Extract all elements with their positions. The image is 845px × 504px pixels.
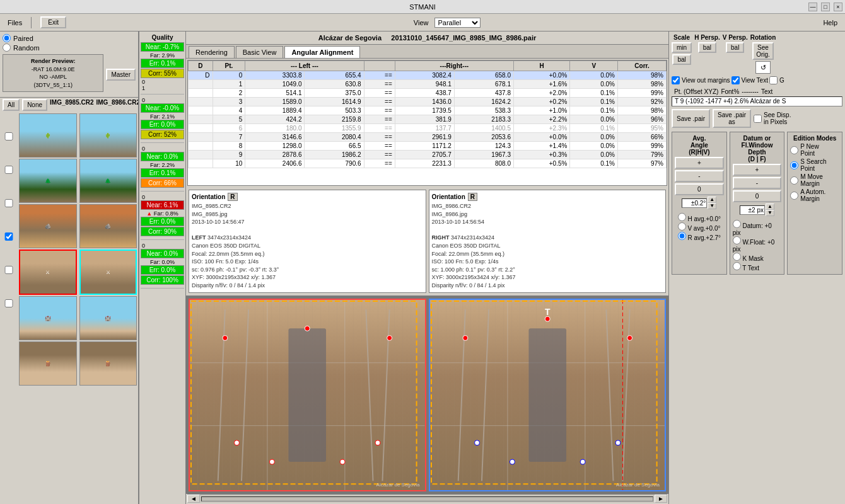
cell-corr: 99% [618,89,667,98]
render-preview-box: Render Preview: -RAT 16.0M:9.0ENO -AMPL(… [3,54,103,92]
tab-angular-alignment[interactable]: Angular Alignment [284,46,360,58]
all-button[interactable]: All [3,99,20,111]
table-row[interactable]: 5 424.2 2159.8 == 381.9 2183.3 +2.2% 0.0… [189,115,667,124]
view-margins-check[interactable]: View out margins [672,76,730,84]
thumb-check-2[interactable] [1,199,16,207]
all-none-row: All None IMG_8985.CR2 IMG_8986.CR2 [0,98,138,112]
table-row[interactable]: D 0 3303.8 655.4 == 3082.4 658.0 +0.0% 0… [189,71,667,80]
scroll-right-btn[interactable]: ► [655,495,667,503]
spin-down[interactable]: ▼ [708,203,716,209]
none-button[interactable]: None [22,99,47,111]
exit-button[interactable]: Exit [40,16,66,28]
left-thumb-2[interactable]: 🌲 [19,159,77,203]
thumb-check-5[interactable] [1,299,16,307]
avg-zero-btn[interactable]: 0 [675,183,724,195]
datum-plus-btn[interactable]: + [733,164,782,176]
table-row[interactable]: 4 1889.4 503.3 == 1739.5 538.3 +1.0% 0.1… [189,106,667,115]
see-orig-btn[interactable]: SeeOrig. [752,42,774,60]
render-value: -RAT 16.0M:9.0ENO -AMPL(3DTV_55_1:1) [6,66,100,89]
minimize-btn[interactable]: — [808,3,817,11]
thumb-check-4[interactable] [1,266,16,274]
scale-min-btn[interactable]: min [672,42,692,53]
scroll-left-btn[interactable]: ◄ [187,495,200,503]
left-preview[interactable]: Alcázar de Segovia [189,299,426,491]
thumb-check-3[interactable] [1,232,16,241]
datum-spin-input[interactable] [740,205,765,215]
left-thumb-5[interactable]: 🏰 [19,296,77,340]
right-thumb-2[interactable]: 🌲 [79,159,137,203]
svg-point-31 [580,459,585,464]
datum-spin-up[interactable]: ▲ [766,203,774,210]
p-new-point-radio[interactable]: P NewPoint [790,143,819,157]
q-group-2: 0 Near: -0.0% Far: 2.1% Err: 0.0% Corr: … [141,97,184,143]
view-mode-select[interactable]: Parallel Cross-eye [434,18,481,28]
save-pair-btn[interactable]: Save .pair [672,109,710,128]
vpersp-bal-btn[interactable]: bal [726,42,744,53]
a-autom-margin-radio[interactable]: A Autom.Margin [790,188,825,202]
random-radio[interactable]: Random [3,43,136,52]
g-check[interactable]: G [769,76,784,84]
q-near-1: Near: -0.7% [141,42,184,52]
menu-help[interactable]: Help [818,18,842,28]
maximize-btn[interactable]: □ [821,3,830,11]
right-thumb-4-active[interactable]: ⚔ [79,249,137,295]
right-thumb-6[interactable]: 🪵 [79,341,137,386]
rotation-reset-btn[interactable]: ↺ [755,61,771,74]
table-row[interactable]: 2 514.1 375.0 == 438.7 437.8 +2.0% 0.1% … [189,89,667,98]
left-thumb-4-active[interactable]: ⚔ [19,249,77,295]
margin-input[interactable] [682,198,707,208]
pt-offset-label: Pt. (Offset XYZ) [674,88,718,95]
table-row[interactable]: 7 3146.6 2080.4 == 2961.9 2053.6 +0.0% 0… [189,133,667,142]
datum-zero-btn[interactable]: 0 [733,190,782,202]
scale-bal-btn[interactable]: bal [672,54,691,65]
table-row[interactable]: 9 2878.6 1986.2 == 2705.7 1967.3 +0.3% 0… [189,151,667,159]
menu-files[interactable]: Files [3,18,27,28]
svg-point-26 [462,335,467,340]
left-thumb-1[interactable]: 🌵 [19,113,77,158]
cell-v: 0.1% [570,89,618,98]
table-row[interactable]: 8 1298.0 66.5 == 1171.2 124.3 +1.4% 0.0%… [189,142,667,151]
m-move-margin-radio[interactable]: M MoveMargin [790,173,823,187]
menu-view[interactable]: View [409,18,434,28]
tab-rendering[interactable]: Rendering [189,46,235,58]
cell-ly: 2159.8 [305,115,364,124]
left-thumb-6[interactable]: 🪵 [19,341,77,386]
bottom-scrollbar[interactable]: ◄ ► [187,494,667,503]
thumb-check-1[interactable] [1,166,16,174]
master-button[interactable]: Master [106,69,136,81]
view-text-check[interactable]: View Text [731,76,768,84]
tab-basic-view[interactable]: Basic View [236,46,284,58]
datum-minus-btn[interactable]: - [733,177,782,189]
table-row[interactable]: 3 1589.0 1614.9 == 1436.0 1624.2 +0.2% 0… [189,98,667,106]
avg-minus-btn[interactable]: - [675,170,724,182]
cell-ly: 375.0 [305,89,364,98]
see-disp-check[interactable]: See Disp.in Pixels [754,109,791,128]
right-thumb-1[interactable]: 🌵 [79,113,137,158]
table-row[interactable]: 6 180.0 1355.9 == 137.7 1400.5 +2.3% 0.1… [189,124,667,133]
hpersp-bal-btn[interactable]: bal [698,42,716,53]
cell-d [189,133,213,142]
right-thumb-3[interactable]: 🪨 [79,204,137,248]
s-search-point-radio[interactable]: S SearchPoint [790,158,826,172]
avg-plus-btn[interactable]: + [675,157,724,169]
q-near-5: Near: 0.0% [141,249,184,258]
table-row[interactable]: 1 1049.0 630.8 == 948.1 678.1 +1.6% 0.0%… [189,80,667,89]
scroll-track[interactable] [201,496,653,501]
spin-up[interactable]: ▲ [708,197,716,203]
cell-ly: 2080.4 [305,133,364,142]
menu-exit[interactable]: Exit [35,15,71,30]
cell-corr: 92% [618,98,667,106]
right-preview[interactable]: T Alcázar de Segovia [429,299,667,491]
checkboxes-col [0,112,18,504]
datum-spin-down[interactable]: ▼ [766,210,774,216]
cell-h: +0.5% [513,159,569,168]
right-thumb-5[interactable]: 🏰 [79,296,137,340]
window-controls[interactable]: — □ × [808,3,842,11]
paired-radio[interactable]: Paired [3,34,136,42]
cell-rx: 1739.5 [395,106,454,115]
table-row[interactable]: 10 2406.6 790.6 == 2231.3 808.0 +0.5% 0.… [189,159,667,168]
save-pair-as-btn[interactable]: Save .pairas [713,109,751,128]
left-thumb-3[interactable]: 🪨 [19,204,77,248]
close-btn[interactable]: × [834,3,842,11]
thumb-check-0[interactable] [1,132,16,140]
